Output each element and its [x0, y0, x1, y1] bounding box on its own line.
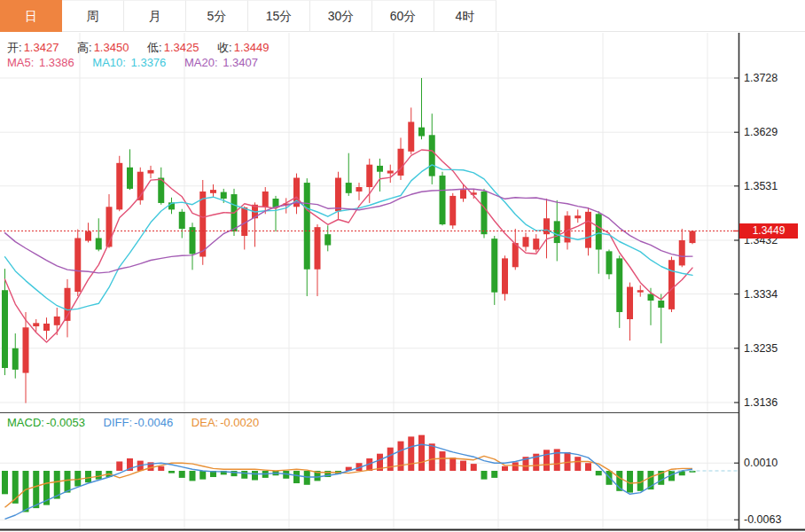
price-tick-label-1: 1.3629 [744, 125, 801, 139]
price-tick-label-6: 1.3136 [744, 395, 801, 410]
high-label: 高: [77, 41, 92, 54]
diff-value: -0.0046 [134, 416, 173, 429]
low-label: 低: [147, 41, 162, 54]
ma20-label: MA20: [184, 56, 218, 69]
last-price-tag: 1.3449 [739, 223, 798, 239]
ma10-pair: MA10: 1.3376 [92, 56, 166, 69]
macd-label: MACD: [7, 416, 44, 429]
price-tick-label-0: 1.3728 [744, 71, 801, 85]
ma5-label: MA5: [7, 56, 34, 69]
open-label: 开: [7, 41, 22, 54]
high-value: 1.3450 [94, 41, 129, 54]
ma20-value: 1.3407 [223, 56, 258, 69]
open-value: 1.3427 [24, 41, 59, 54]
macd-tick-label-1: -0.0063 [744, 512, 801, 527]
low-pair: 低:1.3425 [147, 41, 199, 54]
high-pair: 高:1.3450 [77, 41, 129, 54]
last-price-value: 1.3449 [753, 224, 785, 237]
macd-readout: MACD:-0.0053 DIFF:-0.0046 DEA:-0.0020 [7, 416, 274, 429]
kline-chart-app: 日周月5分15分30分60分4时 开:1.3427 高:1.3450 低:1.3… [0, 0, 805, 532]
diff-pair: DIFF:-0.0046 [104, 416, 174, 429]
chart-canvas[interactable] [0, 0, 805, 532]
open-pair: 开:1.3427 [7, 41, 59, 54]
dea-pair: DEA:-0.0020 [191, 416, 259, 429]
macd-pair: MACD:-0.0053 [7, 416, 85, 429]
price-tick-label-5: 1.3235 [744, 341, 801, 356]
close-pair: 收:1.3449 [217, 41, 269, 54]
dea-label: DEA: [191, 416, 218, 429]
price-tick-label-4: 1.3334 [744, 287, 801, 301]
macd-value: -0.0053 [46, 416, 85, 429]
ma5-pair: MA5: 1.3386 [7, 56, 74, 69]
diff-label: DIFF: [104, 416, 133, 429]
low-value: 1.3425 [164, 41, 199, 54]
ma10-label: MA10: [92, 56, 126, 69]
diff-line [5, 444, 693, 519]
gridlines [0, 33, 739, 530]
ma5-value: 1.3386 [39, 56, 74, 69]
macd-tick-label-0: 0.0010 [744, 456, 801, 470]
close-value: 1.3449 [234, 41, 270, 54]
dea-value: -0.0020 [220, 416, 259, 429]
ohlc-readout: 开:1.3427 高:1.3450 低:1.3425 收:1.3449 [7, 40, 284, 56]
ma20-pair: MA20: 1.3407 [184, 56, 258, 69]
close-label: 收: [217, 41, 232, 54]
price-tick-label-2: 1.3531 [744, 179, 801, 193]
ma10-value: 1.3376 [131, 56, 167, 69]
ma-readout: MA5: 1.3386 MA10: 1.3376 MA20: 1.3407 [7, 56, 273, 69]
